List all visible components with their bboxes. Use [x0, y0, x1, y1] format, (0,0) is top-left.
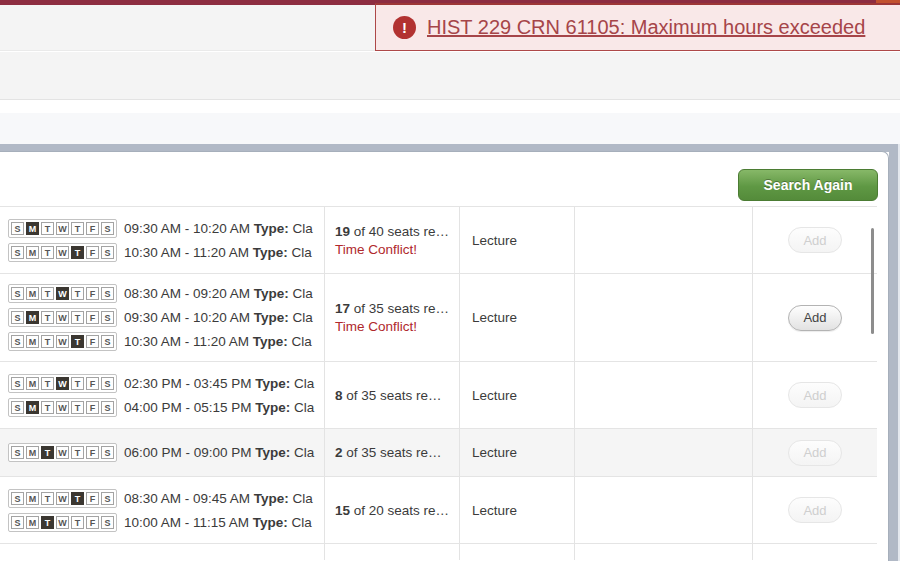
day-box-t: T: [71, 335, 84, 348]
day-box-f: F: [86, 222, 99, 235]
day-box-s: S: [11, 287, 24, 300]
day-box-m: M: [26, 311, 39, 324]
schedule-type-text: Lecture: [472, 388, 517, 403]
empty-cell: [574, 429, 752, 476]
day-box-s: S: [101, 311, 114, 324]
day-box-f: F: [86, 446, 99, 459]
section-row: SMTWTFS02:30 PM - 03:45 PM Type: ClaSMTW…: [0, 361, 877, 428]
add-cell: [752, 544, 877, 560]
day-box-t: T: [41, 311, 54, 324]
seats-count: 17: [335, 301, 350, 316]
day-box-t: T: [41, 287, 54, 300]
day-box-s: S: [11, 492, 24, 505]
seats-remaining-text: 19 of 40 seats re…: [335, 224, 449, 239]
empty-cell: [574, 207, 752, 273]
day-box-s: S: [11, 401, 24, 414]
day-box-t: T: [41, 516, 54, 529]
day-box-w: W: [56, 311, 69, 324]
day-box-t: T: [41, 446, 54, 459]
day-box-m: M: [26, 246, 39, 259]
schedule-type-text: Lecture: [472, 503, 517, 518]
seats-cell: [324, 544, 459, 560]
meeting-time-text: 08:30 AM - 09:45 AM Type: Cla: [124, 491, 313, 506]
type-label: Type:: [255, 376, 290, 391]
seats-count: 8: [335, 388, 343, 403]
seats-remaining-text: 2 of 35 seats re…: [335, 445, 442, 460]
type-label: Type:: [254, 491, 289, 506]
type-label: Type:: [255, 400, 290, 415]
meeting-times-cell: SMTWTFS08:30 AM - 09:20 AM Type: ClaSMTW…: [0, 274, 324, 361]
meeting-row: SMTWTFS08:30 AM - 09:20 AM Type: Cla: [8, 284, 324, 303]
day-box-t: T: [71, 401, 84, 414]
days-of-week-grid: SMTWTFS: [8, 332, 117, 351]
day-box-f: F: [86, 335, 99, 348]
add-cell: Add: [752, 477, 877, 543]
empty-cell: [574, 477, 752, 543]
seats-cell: 15 of 20 seats re…: [324, 477, 459, 543]
day-box-f: F: [86, 492, 99, 505]
days-of-week-grid: SMTWTFS: [8, 374, 117, 393]
schedule-type-cell: Lecture: [459, 477, 574, 543]
day-box-s: S: [101, 516, 114, 529]
days-of-week-grid: SMTWTFS: [8, 243, 117, 262]
time-conflict-warning: Time Conflict!: [335, 319, 417, 334]
meeting-times-cell: [0, 544, 324, 560]
days-of-week-grid: SMTWTFS: [8, 284, 117, 303]
seats-cell: 17 of 35 seats re…Time Conflict!: [324, 274, 459, 361]
day-box-f: F: [86, 401, 99, 414]
add-cell: Add: [752, 274, 877, 361]
day-box-w: W: [56, 246, 69, 259]
error-icon: !: [393, 16, 416, 39]
schedule-type-text: Lecture: [472, 310, 517, 325]
day-box-s: S: [11, 516, 24, 529]
day-box-s: S: [101, 335, 114, 348]
section-row: SMTWTFS06:00 PM - 09:00 PM Type: Cla2 of…: [0, 428, 877, 476]
days-of-week-grid: SMTWTFS: [8, 219, 117, 238]
day-box-t: T: [41, 492, 54, 505]
meeting-row: SMTWTFS10:30 AM - 11:20 AM Type: Cla: [8, 243, 324, 262]
day-box-s: S: [101, 401, 114, 414]
toolbar-band: [0, 113, 900, 144]
day-box-f: F: [86, 246, 99, 259]
vertical-scrollbar-thumb[interactable]: [871, 228, 874, 334]
meeting-row: SMTWTFS02:30 PM - 03:45 PM Type: Cla: [8, 374, 324, 393]
add-cell: Add: [752, 207, 877, 273]
day-box-m: M: [26, 222, 39, 235]
day-box-s: S: [11, 335, 24, 348]
day-box-w: W: [56, 446, 69, 459]
add-button: Add: [788, 227, 841, 253]
time-conflict-warning: Time Conflict!: [335, 242, 417, 257]
day-box-s: S: [101, 446, 114, 459]
seats-cell: 19 of 40 seats re…Time Conflict!: [324, 207, 459, 273]
days-of-week-grid: SMTWTFS: [8, 489, 117, 508]
schedule-type-text: Lecture: [472, 445, 517, 460]
meeting-time-text: 10:30 AM - 11:20 AM Type: Cla: [124, 334, 312, 349]
add-button[interactable]: Add: [788, 305, 841, 331]
days-of-week-grid: SMTWTFS: [8, 398, 117, 417]
day-box-t: T: [71, 287, 84, 300]
type-label: Type:: [254, 310, 289, 325]
day-box-t: T: [71, 311, 84, 324]
day-box-w: W: [56, 492, 69, 505]
meeting-time-text: 10:30 AM - 11:20 AM Type: Cla: [124, 245, 312, 260]
seats-count: 2: [335, 445, 343, 460]
day-box-w: W: [56, 377, 69, 390]
day-box-f: F: [86, 516, 99, 529]
day-box-t: T: [71, 446, 84, 459]
seats-remaining-text: 8 of 35 seats re…: [335, 388, 442, 403]
meeting-time-text: 04:00 PM - 05:15 PM Type: Cla: [124, 400, 314, 415]
add-cell: Add: [752, 362, 877, 428]
schedule-type-cell: Lecture: [459, 207, 574, 273]
seats-cell: 2 of 35 seats re…: [324, 429, 459, 476]
seats-count: 19: [335, 224, 350, 239]
seats-count: 15: [335, 503, 350, 518]
day-box-t: T: [41, 222, 54, 235]
search-again-button[interactable]: Search Again: [738, 169, 878, 201]
days-of-week-grid: SMTWTFS: [8, 308, 117, 327]
day-box-w: W: [56, 335, 69, 348]
error-notification-link[interactable]: HIST 229 CRN 61105: Maximum hours exceed…: [427, 16, 865, 39]
type-label: Type:: [253, 515, 288, 530]
meeting-time-text: 09:30 AM - 10:20 AM Type: Cla: [124, 221, 313, 236]
add-button: Add: [788, 440, 841, 466]
meeting-time-text: 02:30 PM - 03:45 PM Type: Cla: [124, 376, 314, 391]
